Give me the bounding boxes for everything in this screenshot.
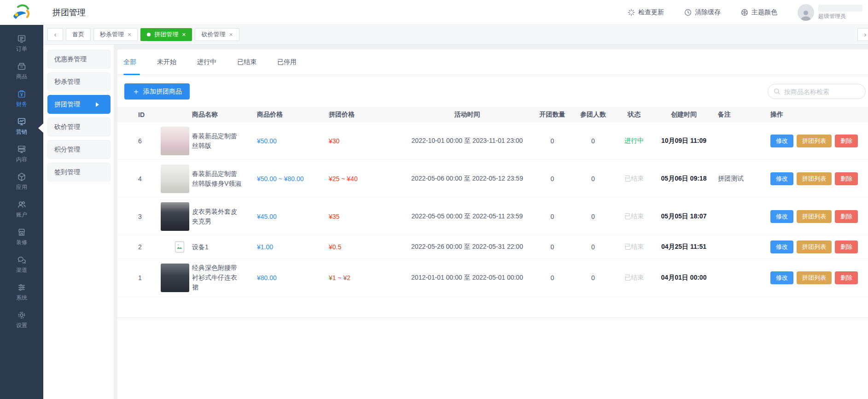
check-update-button[interactable]: 检查更新 [628,8,664,17]
sidebar-item-goods[interactable]: 商品 [0,57,43,85]
cell-open-count: 0 [533,274,572,282]
sidebar-item-label: 系统 [16,294,27,302]
submenu-item-checkin[interactable]: 签到管理 [47,163,111,182]
toolbar: ＋ 添加拼团商品 [117,83,868,100]
sidebar-item-label: 内容 [16,156,27,164]
page: 订单 商品 财务 营销 内容 应用 [0,0,868,399]
cell-open-count: 0 [533,243,572,251]
close-icon[interactable]: × [229,31,233,38]
submenu-label: 拼团管理 [54,100,80,109]
cell-join-count: 0 [572,175,614,182]
user-role: 超级管理员 [818,12,862,20]
cell-created: 04月01日 00:00 [654,274,714,282]
submenu-item-bargain[interactable]: 砍价管理 [47,117,111,136]
search-icon [774,88,781,95]
delete-button[interactable]: 删除 [835,172,858,185]
tab-bargain[interactable]: 砍价管理 × [195,28,239,41]
col-open-count: 开团数量 [533,111,572,119]
group-list-button[interactable]: 拼团列表 [797,241,832,253]
tab-groupbuy[interactable]: 拼团管理 × [140,28,192,41]
cell-open-count: 0 [533,213,572,220]
tabs-scroll-right-button[interactable]: › [857,28,868,41]
main-nav: 订单 商品 财务 营销 内容 应用 [0,25,43,334]
cell-name: 经典深色附腰带衬衫式牛仔连衣裙 [192,263,243,292]
chevron-right-icon [96,102,99,107]
sidebar-item-label: 商品 [16,73,27,81]
edit-button[interactable]: 修改 [770,271,793,284]
status-badge: 已结束 [614,274,654,282]
submenu-item-points[interactable]: 积分管理 [47,140,111,159]
product-image[interactable] [161,164,189,193]
status-filter-tabs: 全部 未开始 进行中 已结束 已停用 [117,49,868,75]
add-button-label: 添加拼团商品 [143,88,182,96]
group-list-button[interactable]: 拼团列表 [797,210,832,223]
apps-icon [17,172,27,182]
clear-cache-button[interactable]: 清除缓存 [684,8,721,17]
filter-tab-running[interactable]: 进行中 [197,58,216,66]
cell-join-count: 0 [572,213,614,220]
sidebar-item-finance[interactable]: 财务 [0,85,43,112]
filter-tab-ended[interactable]: 已结束 [237,58,256,66]
cell-time: 2022-05-06 00:00 至 2022-05-12 23:59 [402,175,533,183]
theme-color-button[interactable]: 主题颜色 [741,8,777,17]
app-logo[interactable] [0,0,43,25]
sidebar-item-content[interactable]: 内容 [0,140,43,168]
tab-home[interactable]: 首页 [66,28,91,41]
cell-open-count: 0 [533,137,572,145]
filter-tab-all[interactable]: 全部 [123,58,136,66]
cell-id: 3 [138,213,161,220]
submenu-item-seckill[interactable]: 秒杀管理 [47,72,111,91]
sidebar-item-system[interactable]: 系统 [0,278,43,306]
group-list-button[interactable]: 拼团列表 [797,135,832,147]
cell-created: 05月05日 18:07 [654,212,714,221]
sidebar-item-channels[interactable]: 渠道 [0,251,43,278]
edit-button[interactable]: 修改 [770,172,793,185]
sidebar-item-accounts[interactable]: 账户 [0,195,43,223]
sidebar-item-orders[interactable]: 订单 [0,29,43,57]
cell-price: ¥1.00 [257,243,329,251]
delete-button[interactable]: 删除 [835,135,858,147]
submenu-item-groupbuy[interactable]: 拼团管理 [47,95,111,114]
close-icon[interactable]: × [182,31,186,38]
username-redacted [818,5,862,12]
filter-tab-notstarted[interactable]: 未开始 [157,58,176,66]
search-input[interactable] [784,88,861,95]
product-image[interactable] [161,202,189,231]
tab-seckill[interactable]: 秒杀管理 × [93,28,138,41]
clock-icon [684,9,692,16]
sidebar-item-label: 应用 [16,183,27,191]
status-badge: 已结束 [614,175,654,183]
sidebar-item-marketing[interactable]: 营销 [0,112,43,140]
cell-id: 4 [138,175,161,182]
sidebar-item-decorate[interactable]: 装修 [0,223,43,251]
submenu-label: 积分管理 [54,146,80,154]
status-badge: 已结束 [614,243,654,251]
cell-join-count: 0 [572,274,614,282]
group-list-button[interactable]: 拼团列表 [797,271,832,284]
tabs-scroll-left-button[interactable]: ‹ [47,28,63,41]
delete-button[interactable]: 删除 [835,241,858,253]
col-remark: 备注 [714,111,764,119]
edit-button[interactable]: 修改 [770,241,793,253]
product-image[interactable] [161,127,189,155]
sidebar-item-settings[interactable]: 设置 [0,306,43,334]
sidebar-item-apps[interactable]: 应用 [0,168,43,195]
product-image[interactable] [161,264,189,292]
filter-tab-stopped[interactable]: 已停用 [277,58,297,66]
delete-button[interactable]: 删除 [835,210,858,223]
table-row: 6 春装新品定制蕾丝韩版 ¥50.00 ¥30 2022-10-01 00:00… [117,122,868,160]
cell-price: ¥45.00 [257,213,329,220]
active-nav-pointer [38,123,44,133]
edit-button[interactable]: 修改 [770,135,793,147]
submenu-item-coupon[interactable]: 优惠券管理 [47,50,111,69]
edit-button[interactable]: 修改 [770,210,793,223]
search-box [768,84,866,99]
cell-price: ¥80.00 [257,274,329,282]
user-menu[interactable]: 超级管理员 [798,4,862,21]
col-name: 商品名称 [192,110,243,119]
delete-button[interactable]: 删除 [835,271,858,284]
cell-time: 2022-05-05 00:00 至 2022-05-11 23:59 [402,212,533,221]
add-groupbuy-product-button[interactable]: ＋ 添加拼团商品 [124,83,190,100]
group-list-button[interactable]: 拼团列表 [797,172,832,185]
close-icon[interactable]: × [128,31,131,38]
